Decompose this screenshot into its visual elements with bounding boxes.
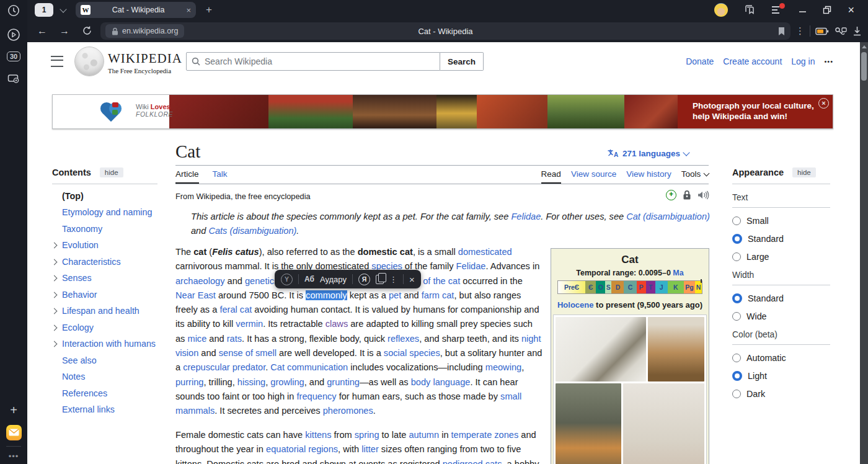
toc-item[interactable]: Characteristics [52, 257, 157, 267]
protection-lock-icon[interactable] [683, 190, 691, 200]
timeline-segment[interactable]: Є [585, 281, 596, 293]
toc-item[interactable]: Behavior [52, 290, 157, 300]
campaign-banner[interactable]: Wiki Loves FOLKLORE Photograph your loca… [52, 94, 833, 129]
banner-message-panel[interactable]: Photograph your local culture, help Wiki… [678, 95, 833, 128]
tab-tools[interactable]: Tools [681, 169, 709, 179]
toc-item[interactable]: Interaction with humans [52, 339, 157, 349]
radio-icon[interactable] [732, 293, 742, 303]
toc-item[interactable]: Senses [52, 274, 157, 283]
tab-close-icon[interactable]: × [186, 6, 191, 15]
cat-photo-ruddy[interactable] [648, 317, 704, 381]
back-button[interactable]: ← [33, 25, 51, 37]
toc-item-top[interactable]: (Top) [52, 192, 157, 201]
new-tab-button[interactable]: + [202, 3, 216, 17]
timeline-segment[interactable]: K [668, 281, 684, 293]
timeline-segment[interactable]: P [637, 281, 646, 293]
rail-more-icon[interactable]: ••• [0, 450, 27, 462]
tab-stack-icon[interactable] [744, 4, 755, 16]
donate-link[interactable]: Donate [686, 56, 714, 66]
toc-hide-button[interactable]: hide [100, 167, 123, 177]
radio-option-dark[interactable]: Dark [732, 389, 830, 399]
battery-extension-icon[interactable] [815, 27, 829, 35]
timeline-segment[interactable]: N [695, 281, 702, 293]
cat-photo-siamese[interactable] [623, 383, 704, 464]
languages-button[interactable]: A 271 languages [607, 149, 689, 158]
radio-icon[interactable] [732, 234, 742, 244]
toc-item[interactable]: Ecology [52, 323, 157, 332]
tab-view-history[interactable]: View history [626, 169, 671, 179]
toc-chevron-icon[interactable] [51, 341, 58, 347]
restore-button[interactable] [823, 6, 831, 14]
badge-30-pinned-tab[interactable]: 30 [0, 50, 27, 63]
tab-read[interactable]: Read [541, 169, 561, 184]
radio-icon[interactable] [732, 371, 742, 381]
radio-option-light[interactable]: Light [732, 371, 830, 381]
holocene-link[interactable]: Holocene [557, 300, 594, 310]
forward-button[interactable]: → [56, 25, 73, 37]
site-identity-chip[interactable]: en.wikipedia.org [105, 24, 184, 38]
user-menu-dots-icon[interactable]: ••• [824, 58, 833, 65]
radio-option-small[interactable]: Small [732, 216, 830, 226]
radio-icon[interactable] [732, 216, 741, 225]
cat-photo-tabby[interactable] [556, 317, 646, 381]
new-pinned-tab-plus-icon[interactable]: + [0, 402, 27, 418]
listen-speaker-icon[interactable] [698, 190, 709, 200]
timeline-segment[interactable]: S [605, 281, 611, 293]
download-icon[interactable] [852, 26, 862, 36]
bookmark-icon[interactable] [777, 27, 786, 36]
history-clock-icon[interactable] [0, 2, 27, 19]
minimize-button[interactable] [799, 6, 807, 14]
reload-button[interactable] [78, 25, 95, 37]
radio-icon[interactable] [732, 354, 741, 362]
search-input[interactable]: Search Wikipedia [186, 52, 440, 71]
keys-extension-icon[interactable] [834, 26, 848, 36]
window-close-button[interactable]: × [848, 4, 854, 17]
toc-chevron-icon[interactable] [51, 324, 58, 331]
timeline-segment[interactable]: D [611, 281, 624, 293]
appearance-hide-button[interactable]: hide [792, 167, 816, 177]
banner-close-icon[interactable]: × [818, 98, 829, 109]
toc-chevron-icon[interactable] [51, 292, 58, 298]
toc-item[interactable]: Evolution [52, 241, 157, 250]
popup-close-icon[interactable]: × [409, 274, 415, 285]
toc-chevron-icon[interactable] [51, 308, 58, 315]
create-account-link[interactable]: Create account [723, 56, 782, 66]
scrollbar-up-arrow[interactable] [862, 45, 867, 48]
page-scrollbar[interactable] [860, 42, 868, 464]
timeline-segment[interactable]: J [655, 281, 668, 293]
scrollbar-thumb[interactable] [861, 52, 867, 81]
toc-item[interactable]: Etymology and naming [52, 208, 157, 217]
tab-talk[interactable]: Talk [213, 169, 228, 184]
toc-item[interactable]: Notes [52, 372, 157, 381]
copy-icon[interactable] [376, 275, 384, 284]
toc-chevron-icon[interactable] [51, 243, 58, 249]
radio-icon[interactable] [732, 390, 741, 398]
tab-article[interactable]: Article [175, 169, 199, 184]
wikipedia-globe-logo[interactable] [74, 47, 104, 76]
toc-chevron-icon[interactable] [51, 259, 58, 265]
good-article-plus-icon[interactable]: + [666, 190, 676, 200]
timeline-segment[interactable]: T [646, 281, 655, 293]
mail-app-icon[interactable] [0, 424, 27, 440]
cat-photo-orange-white[interactable] [556, 383, 621, 464]
tab-view-source[interactable]: View source [571, 169, 616, 179]
search-button[interactable]: Search [440, 52, 484, 71]
toc-item[interactable]: References [52, 389, 157, 398]
login-link[interactable]: Log in [791, 56, 815, 66]
toc-chevron-icon[interactable] [51, 275, 58, 282]
wikipedia-wordmark[interactable]: WIKIPEDIA The Free Encyclopedia [108, 51, 182, 74]
timeline-segment[interactable]: O [596, 281, 605, 293]
yandex-search-icon[interactable]: Я [358, 274, 370, 285]
toc-item[interactable]: See also [52, 356, 157, 365]
popup-kebab-icon[interactable]: ⋮ [389, 275, 397, 284]
timeline-segment[interactable]: C [624, 281, 636, 293]
ma-link[interactable]: Ma [673, 269, 683, 277]
radio-option-standard-text[interactable]: Standard [732, 234, 830, 244]
radio-option-automatic[interactable]: Automatic [732, 353, 830, 363]
radio-icon[interactable] [732, 312, 741, 321]
toc-item[interactable]: External links [52, 405, 157, 414]
timeline-segment[interactable]: Pg [684, 281, 695, 293]
radio-option-wide[interactable]: Wide [732, 311, 830, 321]
workspace-button[interactable]: 1 [35, 3, 53, 17]
radio-icon[interactable] [732, 252, 741, 261]
